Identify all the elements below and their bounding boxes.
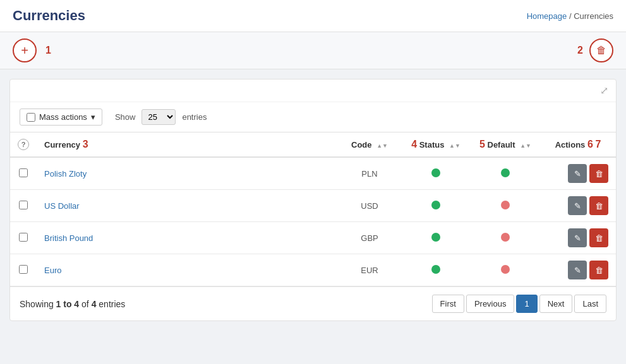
- annotation-6: 6: [587, 139, 593, 150]
- edit-button[interactable]: ✎: [568, 228, 587, 247]
- code-value: PLN: [361, 169, 377, 179]
- row-actions: ✎ 🗑: [540, 157, 616, 190]
- col-status: 4 Status ▲▼: [401, 132, 471, 157]
- expand-row: ⤢: [10, 79, 616, 102]
- add-button[interactable]: +: [13, 38, 37, 62]
- default-dot: [501, 168, 510, 177]
- default-sort[interactable]: ▲▼: [520, 143, 531, 149]
- add-label-number: 1: [45, 45, 51, 56]
- toolbar-left: + 1: [13, 38, 51, 62]
- row-checkbox[interactable]: [19, 265, 28, 274]
- row-checkbox-cell: [10, 157, 37, 190]
- edit-icon: ✎: [574, 201, 581, 211]
- breadcrumb: Homepage / Currencies: [527, 11, 613, 21]
- row-checkbox[interactable]: [19, 233, 28, 242]
- select-all-checkbox[interactable]: [27, 113, 35, 122]
- row-checkbox-cell: [10, 190, 37, 222]
- code-sort[interactable]: ▲▼: [376, 143, 388, 149]
- currency-link[interactable]: British Pound: [44, 233, 93, 243]
- toolbar: + 1 2 🗑: [0, 32, 626, 69]
- pagination-first[interactable]: First: [432, 295, 464, 313]
- mass-actions-label: Mass actions: [39, 112, 87, 122]
- status-sort[interactable]: ▲▼: [449, 143, 460, 149]
- table-row: US Dollar USD ✎ 🗑: [10, 190, 616, 222]
- showing-prefix: Showing: [20, 299, 56, 309]
- status-dot: [431, 265, 440, 274]
- pagination-next[interactable]: Next: [539, 295, 573, 313]
- default-dot: [501, 233, 510, 242]
- annotation-3: 3: [83, 139, 88, 150]
- table-body: Polish Zloty PLN ✎ 🗑: [10, 157, 616, 286]
- showing-of: of: [79, 299, 91, 309]
- row-status: [401, 157, 471, 190]
- status-dot: [431, 233, 440, 242]
- edit-icon: ✎: [574, 233, 581, 243]
- row-currency: British Pound: [37, 222, 338, 254]
- mass-actions-button[interactable]: Mass actions ▾: [20, 109, 102, 126]
- breadcrumb-home[interactable]: Homepage: [527, 11, 567, 21]
- showing-suffix: entries: [96, 299, 125, 309]
- row-actions: ✎ 🗑: [540, 222, 616, 254]
- trash-icon: 🗑: [595, 169, 603, 179]
- row-default: [471, 190, 540, 222]
- trash-icon: 🗑: [596, 45, 606, 56]
- entries-select[interactable]: 25 50 100: [141, 109, 176, 125]
- row-default: [471, 254, 540, 286]
- edit-button[interactable]: ✎: [568, 164, 587, 183]
- edit-button[interactable]: ✎: [568, 196, 587, 215]
- row-status: [401, 190, 471, 222]
- row-code: USD: [338, 190, 401, 222]
- col-currency-label: Currency: [44, 140, 83, 150]
- currency-link[interactable]: Euro: [44, 266, 61, 275]
- trash-icon: 🗑: [595, 233, 603, 243]
- trash-icon: 🗑: [595, 201, 603, 211]
- table-row: Euro EUR ✎ 🗑: [10, 254, 616, 286]
- default-dot: [501, 201, 510, 209]
- annotation-5: 5: [479, 139, 485, 150]
- showing-range: 1 to 4: [56, 299, 80, 309]
- mass-actions-chevron: ▾: [91, 112, 95, 122]
- row-checkbox[interactable]: [19, 168, 28, 177]
- pagination-previous[interactable]: Previous: [466, 295, 515, 313]
- row-code: GBP: [338, 222, 401, 254]
- default-dot: [501, 265, 510, 274]
- table-row: Polish Zloty PLN ✎ 🗑: [10, 157, 616, 190]
- pagination-current[interactable]: 1: [516, 295, 537, 313]
- currencies-table: ? Currency 3 Code ▲▼ 4 Status ▲▼ 5 Defau…: [10, 132, 616, 286]
- toolbar-right: 2 🗑: [577, 38, 613, 62]
- entries-label: entries: [182, 112, 207, 122]
- delete-button[interactable]: 🗑: [589, 196, 608, 215]
- row-status: [401, 254, 471, 286]
- actions-cell: ✎ 🗑: [548, 164, 608, 183]
- delete-label-number: 2: [577, 45, 583, 56]
- currency-link[interactable]: Polish Zloty: [44, 169, 87, 179]
- row-checkbox-cell: [10, 222, 37, 254]
- delete-button[interactable]: 🗑: [589, 261, 608, 279]
- main-content: ⤢ Mass actions ▾ Show 25 50 100 entries …: [9, 79, 617, 321]
- annotation-4: 4: [411, 139, 417, 150]
- table-row: British Pound GBP ✎ 🗑: [10, 222, 616, 254]
- expand-button[interactable]: ⤢: [600, 85, 608, 97]
- actions-cell: ✎ 🗑: [548, 261, 608, 279]
- col-currency: Currency 3: [37, 132, 338, 157]
- currency-link[interactable]: US Dollar: [44, 201, 80, 211]
- code-value: EUR: [361, 266, 378, 275]
- delete-button[interactable]: 🗑: [589, 164, 608, 183]
- row-checkbox[interactable]: [19, 201, 28, 209]
- row-default: [471, 157, 540, 190]
- status-dot: [431, 201, 440, 209]
- edit-button[interactable]: ✎: [568, 261, 587, 279]
- row-currency: Euro: [37, 254, 338, 286]
- row-code: PLN: [338, 157, 401, 190]
- edit-icon: ✎: [574, 169, 581, 179]
- help-icon[interactable]: ?: [18, 139, 29, 150]
- pagination-last[interactable]: Last: [574, 295, 606, 313]
- row-currency: Polish Zloty: [37, 157, 338, 190]
- controls-row: Mass actions ▾ Show 25 50 100 entries: [10, 102, 616, 132]
- annotation-7: 7: [595, 139, 601, 150]
- delete-all-button[interactable]: 🗑: [589, 38, 613, 62]
- table-header-row: ? Currency 3 Code ▲▼ 4 Status ▲▼ 5 Defau…: [10, 132, 616, 157]
- page-header: Currencies Homepage / Currencies: [0, 0, 626, 32]
- row-actions: ✎ 🗑: [540, 254, 616, 286]
- delete-button[interactable]: 🗑: [589, 228, 608, 247]
